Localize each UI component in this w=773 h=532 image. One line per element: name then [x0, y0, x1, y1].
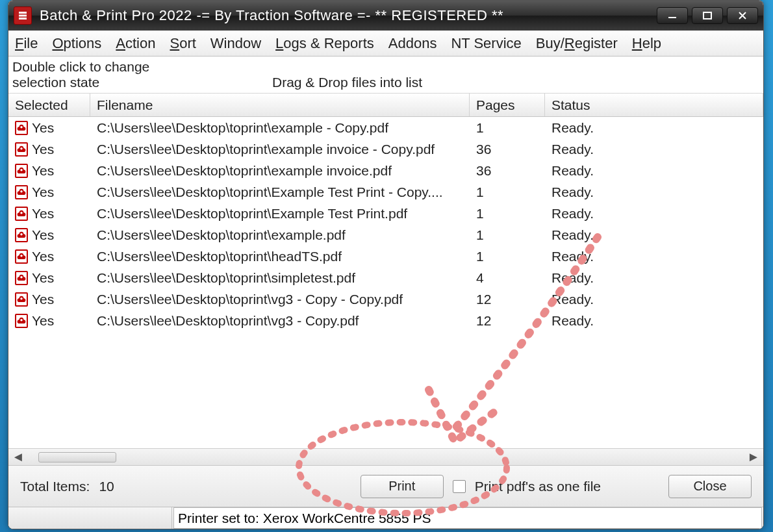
cell-pages: 12: [470, 292, 545, 307]
close-app-button[interactable]: Close: [668, 475, 752, 498]
title-bar[interactable]: Batch & Print Pro 2022 -= By Traction So…: [8, 1, 763, 31]
hint-row: Double click to change selection state D…: [8, 57, 763, 94]
cell-status: Ready.: [545, 249, 763, 264]
pdf-icon: [15, 164, 28, 178]
cell-selected[interactable]: Yes: [8, 270, 90, 286]
cell-selected[interactable]: Yes: [8, 142, 90, 157]
menu-help[interactable]: Help: [632, 35, 661, 52]
cell-status: Ready.: [545, 163, 763, 179]
table-header: Selected Filename Pages Status: [8, 94, 763, 117]
selected-value: Yes: [32, 206, 54, 222]
cell-filename: C:\Users\lee\Desktop\toprint\headTS.pdf: [90, 249, 470, 264]
cell-selected[interactable]: Yes: [8, 206, 90, 222]
cell-selected[interactable]: Yes: [8, 313, 90, 329]
print-one-file-checkbox[interactable]: [453, 480, 466, 493]
cell-status: Ready.: [545, 206, 763, 222]
cell-status: Ready.: [545, 270, 763, 286]
hint-drag-drop: Drag & Drop files into list: [168, 75, 759, 90]
table-row[interactable]: YesC:\Users\lee\Desktop\toprint\Example …: [8, 203, 763, 224]
table-row[interactable]: YesC:\Users\lee\Desktop\toprint\headTS.p…: [8, 246, 763, 267]
scroll-track[interactable]: [25, 452, 746, 462]
table-row[interactable]: YesC:\Users\lee\Desktop\toprint\vg3 - Co…: [8, 288, 763, 310]
column-selected[interactable]: Selected: [8, 94, 90, 116]
cell-selected[interactable]: Yes: [8, 163, 90, 179]
cell-pages: 36: [470, 142, 545, 157]
cell-status: Ready.: [545, 313, 763, 329]
selected-value: Yes: [32, 313, 54, 329]
cell-selected[interactable]: Yes: [8, 120, 90, 136]
cell-selected[interactable]: Yes: [8, 184, 90, 200]
pdf-icon: [15, 185, 28, 199]
pdf-icon: [15, 271, 28, 285]
maximize-button[interactable]: [692, 7, 723, 24]
selected-value: Yes: [32, 142, 54, 157]
table-row[interactable]: YesC:\Users\lee\Desktop\toprint\simplete…: [8, 267, 763, 288]
cell-status: Ready.: [545, 184, 763, 200]
cell-selected[interactable]: Yes: [8, 249, 90, 264]
menu-bar: FileOptionsActionSortWindowLogs & Report…: [8, 31, 763, 57]
total-items-value: 10: [99, 479, 114, 494]
column-status[interactable]: Status: [545, 94, 763, 116]
scroll-left-icon[interactable]: ◄: [11, 451, 25, 464]
table-row[interactable]: YesC:\Users\lee\Desktop\toprint\example.…: [8, 224, 763, 246]
cell-pages: 12: [470, 313, 545, 329]
pdf-icon: [15, 121, 28, 135]
selected-value: Yes: [32, 249, 54, 264]
selected-value: Yes: [32, 292, 54, 307]
table-row[interactable]: YesC:\Users\lee\Desktop\toprint\example …: [8, 138, 763, 160]
menu-options[interactable]: Options: [52, 35, 101, 52]
cell-status: Ready.: [545, 142, 763, 157]
selected-value: Yes: [32, 227, 54, 243]
minimize-button[interactable]: [657, 7, 688, 24]
cell-selected[interactable]: Yes: [8, 227, 90, 243]
cell-pages: 1: [470, 120, 545, 136]
svg-rect-0: [668, 17, 676, 18]
cell-pages: 1: [470, 227, 545, 243]
print-one-file-label: Print pdf's as one file: [475, 479, 601, 494]
selected-value: Yes: [32, 120, 54, 136]
svg-rect-1: [703, 12, 711, 19]
cell-selected[interactable]: Yes: [8, 292, 90, 307]
pdf-icon: [15, 142, 28, 157]
close-button[interactable]: [727, 7, 758, 24]
selected-value: Yes: [32, 163, 54, 179]
cell-status: Ready.: [545, 292, 763, 307]
status-bar: Printer set to: Xerox WorkCentre 5855 PS: [8, 507, 763, 529]
pdf-icon: [15, 292, 28, 307]
menu-sort[interactable]: Sort: [170, 35, 196, 52]
cell-status: Ready.: [545, 227, 763, 243]
bottom-panel: Total Items: 10 Print Print pdf's as one…: [8, 465, 763, 507]
table-row[interactable]: YesC:\Users\lee\Desktop\toprint\vg3 - Co…: [8, 310, 763, 331]
menu-file[interactable]: File: [15, 35, 38, 52]
scroll-thumb[interactable]: [38, 452, 116, 462]
menu-window[interactable]: Window: [210, 35, 261, 52]
table-row[interactable]: YesC:\Users\lee\Desktop\toprint\Example …: [8, 181, 763, 203]
cell-pages: 1: [470, 249, 545, 264]
table-row[interactable]: YesC:\Users\lee\Desktop\toprint\example …: [8, 160, 763, 181]
cell-pages: 1: [470, 206, 545, 222]
cell-pages: 1: [470, 184, 545, 200]
file-list[interactable]: YesC:\Users\lee\Desktop\toprint\example …: [8, 117, 763, 448]
column-pages[interactable]: Pages: [470, 94, 545, 116]
column-filename[interactable]: Filename: [90, 94, 470, 116]
cell-filename: C:\Users\lee\Desktop\toprint\vg3 - Copy …: [90, 292, 470, 307]
cell-filename: C:\Users\lee\Desktop\toprint\Example Tes…: [90, 184, 470, 200]
status-well-left: [8, 507, 172, 529]
pdf-icon: [15, 228, 28, 242]
cell-filename: C:\Users\lee\Desktop\toprint\example inv…: [90, 163, 470, 179]
cell-filename: C:\Users\lee\Desktop\toprint\example inv…: [90, 142, 470, 157]
menu-nt-service[interactable]: NT Service: [451, 35, 521, 52]
menu-buy-register[interactable]: Buy/Register: [536, 35, 618, 52]
menu-action[interactable]: Action: [116, 35, 155, 52]
cell-filename: C:\Users\lee\Desktop\toprint\example.pdf: [90, 227, 470, 243]
table-row[interactable]: YesC:\Users\lee\Desktop\toprint\example …: [8, 117, 763, 138]
print-button[interactable]: Print: [361, 475, 444, 498]
menu-addons[interactable]: Addons: [388, 35, 437, 52]
app-window: Batch & Print Pro 2022 -= By Traction So…: [8, 0, 764, 529]
horizontal-scrollbar[interactable]: ◄ ►: [8, 448, 763, 465]
cell-pages: 36: [470, 163, 545, 179]
cell-filename: C:\Users\lee\Desktop\toprint\vg3 - Copy.…: [90, 313, 470, 329]
scroll-right-icon[interactable]: ►: [746, 451, 761, 464]
menu-logs-reports[interactable]: Logs & Reports: [275, 35, 374, 52]
selected-value: Yes: [32, 184, 54, 200]
